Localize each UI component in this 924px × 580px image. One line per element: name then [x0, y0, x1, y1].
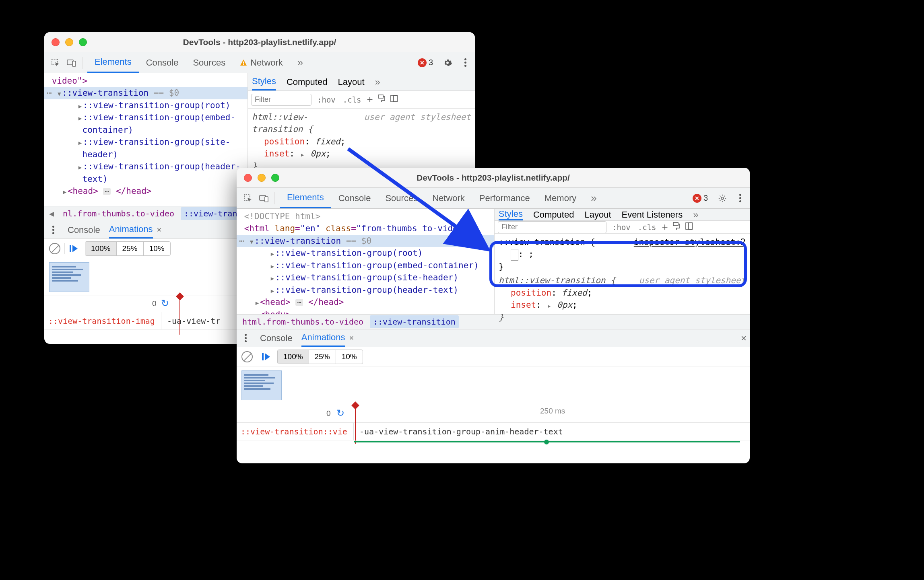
css-edit-input[interactable] [511, 249, 518, 260]
animation-row[interactable]: ::view-transition::vie -ua-view-transiti… [237, 423, 750, 440]
settings-icon[interactable] [714, 190, 730, 206]
clear-icon[interactable] [241, 351, 253, 362]
svg-rect-13 [686, 223, 692, 229]
filter-input[interactable] [498, 221, 606, 233]
svg-rect-2 [72, 61, 76, 66]
styles-tab-styles[interactable]: Styles [499, 209, 523, 220]
crumb-html[interactable]: nl.from-thumbs.to-video [60, 207, 177, 220]
css-prop[interactable]: position [264, 137, 305, 146]
tab-memory[interactable]: Memory [537, 188, 584, 208]
drawer-tab-animations[interactable]: Animations [301, 329, 345, 347]
hov-button[interactable]: :hov [610, 222, 632, 232]
styles-tab-computed[interactable]: Computed [533, 209, 574, 220]
styles-tab-listeners[interactable]: Event Listeners [622, 209, 683, 220]
close-icon[interactable] [52, 38, 60, 46]
drawer-tab-close-icon[interactable]: × [157, 225, 162, 234]
drawer-tabs: Console Animations × × [237, 329, 750, 347]
computed-panel-icon[interactable] [390, 95, 398, 105]
tab-sources[interactable]: Sources [378, 188, 425, 208]
tab-console[interactable]: Console [139, 52, 186, 73]
device-icon[interactable] [64, 55, 80, 71]
inspect-icon[interactable] [240, 190, 256, 206]
paint-icon[interactable] [672, 222, 681, 232]
tab-performance[interactable]: Performance [472, 188, 537, 208]
speed-25[interactable]: 25% [117, 242, 144, 255]
svg-rect-10 [265, 197, 268, 202]
speed-100[interactable]: 100% [85, 242, 117, 255]
zoom-icon[interactable] [271, 174, 279, 182]
minimize-icon[interactable] [258, 174, 266, 182]
traffic-lights [52, 38, 87, 46]
svg-rect-5 [378, 95, 383, 98]
animation-thumbnail[interactable] [241, 370, 282, 400]
svg-point-11 [721, 197, 724, 200]
titlebar: DevTools - http203-playlist.netlify.app/ [237, 168, 750, 188]
cls-button[interactable]: .cls [636, 222, 658, 232]
filter-input[interactable] [251, 94, 311, 106]
tab-elements[interactable]: Elements [87, 52, 139, 73]
timeline-zero: 0 [152, 299, 157, 308]
tab-sources[interactable]: Sources [186, 52, 233, 73]
animations-controls: 100% 25% 10% [237, 347, 750, 366]
inspector-rule[interactable]: inspector-stylesheet:2 ::view-transition… [499, 236, 746, 248]
speed-100[interactable]: 100% [278, 350, 309, 364]
play-icon[interactable] [261, 353, 273, 361]
paint-icon[interactable] [377, 94, 386, 105]
kebab-icon[interactable] [460, 58, 471, 67]
more-tabs-icon[interactable]: » [584, 188, 604, 208]
source-link[interactable]: inspector-stylesheet:2 [634, 236, 746, 248]
tab-console[interactable]: Console [331, 188, 378, 208]
more-styles-tabs-icon[interactable]: » [693, 209, 698, 220]
elements-tree[interactable]: video"> ⋯ ▼::view-transition == $0 ▶::vi… [44, 73, 248, 206]
drawer-tab-close-icon[interactable]: × [349, 333, 354, 343]
tab-elements[interactable]: Elements [280, 188, 331, 208]
drawer-close-icon[interactable]: × [741, 333, 747, 344]
crumb-view-transition[interactable]: ::view-transition [370, 315, 459, 328]
replay-icon[interactable]: ↻ [336, 407, 344, 419]
tab-network[interactable]: Network [233, 52, 290, 73]
error-badge[interactable]: ✕ 3 [690, 193, 710, 204]
timeline-tick: 250 ms [540, 407, 565, 415]
breadcrumb-back-icon[interactable]: ◀ [47, 209, 56, 218]
zoom-icon[interactable] [79, 38, 87, 46]
speed-25[interactable]: 25% [309, 350, 336, 364]
settings-icon[interactable] [439, 55, 456, 71]
replay-icon[interactable]: ↻ [161, 298, 169, 309]
speed-10[interactable]: 10% [144, 242, 170, 255]
svg-rect-4 [243, 64, 244, 65]
computed-panel-icon[interactable] [685, 222, 693, 232]
styles-tab-styles[interactable]: Styles [252, 73, 276, 90]
more-styles-tabs-icon[interactable]: » [375, 73, 380, 90]
styles-tab-layout[interactable]: Layout [338, 73, 364, 90]
drawer-tab-animations[interactable]: Animations [109, 221, 153, 239]
new-rule-icon[interactable]: + [367, 93, 373, 106]
new-rule-icon[interactable]: + [662, 221, 668, 233]
source-label: user agent stylesheet [639, 274, 746, 286]
tab-network[interactable]: Network [425, 188, 472, 208]
drawer-tab-console[interactable]: Console [260, 329, 293, 347]
drawer-kebab-icon[interactable] [47, 226, 59, 234]
styles-tab-layout[interactable]: Layout [584, 209, 611, 220]
hov-button[interactable]: :hov [316, 95, 337, 105]
styles-tab-computed[interactable]: Computed [287, 73, 328, 90]
source-label: user agent stylesheet [364, 111, 471, 123]
inspect-icon[interactable] [47, 55, 64, 71]
drawer-kebab-icon[interactable] [240, 334, 251, 342]
drawer-tab-console[interactable]: Console [68, 221, 100, 239]
more-tabs-icon[interactable]: » [290, 52, 310, 73]
device-icon[interactable] [256, 190, 272, 206]
css-prop[interactable]: inset [264, 149, 289, 158]
cls-button[interactable]: .cls [341, 95, 363, 105]
kebab-icon[interactable] [734, 194, 746, 202]
close-icon[interactable] [244, 174, 252, 182]
clear-icon[interactable] [49, 243, 60, 254]
styles-sidebar: Styles Computed Layout Event Listeners »… [494, 209, 750, 314]
speed-10[interactable]: 10% [336, 350, 363, 364]
elements-tree[interactable]: <!DOCTYPE html> <html lang="en" class="f… [237, 209, 494, 314]
error-badge[interactable]: ✕ 3 [415, 57, 435, 68]
crumb-html[interactable]: html.from-thumbs.to-video [239, 315, 367, 328]
animation-thumbnail[interactable] [49, 262, 89, 292]
minimize-icon[interactable] [65, 38, 73, 46]
svg-rect-3 [243, 62, 244, 64]
play-icon[interactable] [69, 245, 81, 253]
